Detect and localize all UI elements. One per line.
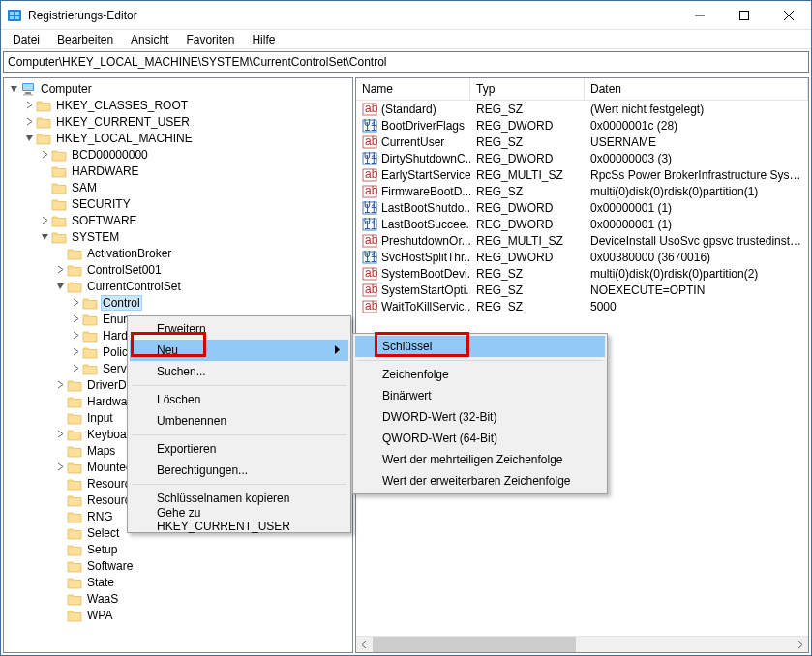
value-data: 0x0000001c (28) xyxy=(585,119,808,133)
menu-edit[interactable]: Bearbeiten xyxy=(49,31,121,48)
ctx-new-qword[interactable]: QWORD-Wert (64-Bit) xyxy=(355,428,605,449)
tree-item[interactable]: ActivationBroker xyxy=(4,245,352,261)
svg-text:110: 110 xyxy=(364,252,377,264)
ctx-new[interactable]: Neu xyxy=(130,340,348,361)
tree-item[interactable]: SAM xyxy=(4,179,352,195)
value-row[interactable]: ab(Standard)REG_SZ(Wert nicht festgelegt… xyxy=(356,101,808,117)
menu-favorites[interactable]: Favoriten xyxy=(178,31,242,48)
chevron-right-icon[interactable] xyxy=(54,265,66,274)
chevron-right-icon[interactable] xyxy=(70,364,81,373)
chevron-down-icon[interactable] xyxy=(8,84,19,93)
horizontal-scrollbar[interactable] xyxy=(356,636,808,652)
tree-item[interactable]: CurrentControlSet xyxy=(4,278,352,294)
ctx-goto-hkcu[interactable]: Gehe zu HKEY_CURRENT_USER xyxy=(130,509,348,530)
menu-help[interactable]: Hilfe xyxy=(244,31,283,48)
value-row[interactable]: abCurrentUserREG_SZUSERNAME xyxy=(356,134,808,150)
chevron-right-icon[interactable] xyxy=(54,380,66,389)
svg-text:ab: ab xyxy=(365,103,377,115)
chevron-right-icon[interactable] xyxy=(70,314,81,323)
value-data: NOEXECUTE=OPTIN xyxy=(585,283,808,297)
tree-item[interactable]: ControlSet001 xyxy=(4,261,352,278)
value-row[interactable]: abWaitToKillServic...REG_SZ5000 xyxy=(356,298,808,314)
tree-item[interactable]: SOFTWARE xyxy=(4,212,352,228)
ctx-new-expandstring[interactable]: Wert der erweiterbaren Zeichenfolge xyxy=(355,470,605,492)
ctx-rename[interactable]: Umbenennen xyxy=(130,410,348,432)
tree-item[interactable]: HKEY_CLASSES_ROOT xyxy=(4,97,352,113)
chevron-right-icon[interactable] xyxy=(54,462,66,471)
chevron-down-icon[interactable] xyxy=(23,134,35,142)
ctx-new-string[interactable]: Zeichenfolge xyxy=(355,364,605,385)
value-data: USERNAME xyxy=(585,135,808,149)
tree-item[interactable]: Software xyxy=(4,557,352,574)
folder-icon xyxy=(67,510,82,523)
chevron-right-icon[interactable] xyxy=(39,150,50,159)
string-value-icon: ab xyxy=(362,168,377,182)
tree-item[interactable]: SYSTEM xyxy=(4,228,352,245)
ctx-find[interactable]: Suchen... xyxy=(130,361,348,382)
scroll-left-arrow[interactable] xyxy=(356,637,373,653)
ctx-new-binary[interactable]: Binärwert xyxy=(355,385,605,406)
value-row[interactable]: abFirmwareBootD...REG_SZmulti(0)disk(0)r… xyxy=(356,183,808,199)
ctx-new-multistring[interactable]: Wert der mehrteiligen Zeichenfolge xyxy=(355,449,605,470)
col-header-data[interactable]: Daten xyxy=(585,78,808,100)
tree-item[interactable]: HARDWARE xyxy=(4,163,352,179)
scroll-right-arrow[interactable] xyxy=(792,637,808,653)
chevron-down-icon[interactable] xyxy=(54,282,66,290)
chevron-right-icon[interactable] xyxy=(39,216,50,224)
tree-item[interactable]: HKEY_LOCAL_MACHINE xyxy=(4,130,352,146)
string-value-icon: ab xyxy=(362,267,377,281)
tree-item[interactable]: Computer xyxy=(4,80,352,97)
ctx-permissions[interactable]: Berechtigungen... xyxy=(130,460,348,481)
tree-item[interactable]: Control xyxy=(4,294,352,311)
chevron-down-icon[interactable] xyxy=(39,232,50,241)
value-type: REG_MULTI_SZ xyxy=(470,168,585,182)
value-data: DeviceInstall UsoSvc gpsvc trustedinstal… xyxy=(585,234,808,248)
string-value-icon: ab xyxy=(362,135,377,149)
ctx-export[interactable]: Exportieren xyxy=(130,438,348,460)
ctx-new-key[interactable]: Schlüssel xyxy=(355,336,605,357)
value-row[interactable]: abSystemBootDevi...REG_SZmulti(0)disk(0)… xyxy=(356,265,808,282)
folder-icon xyxy=(36,132,51,145)
menu-file[interactable]: Datei xyxy=(5,31,47,48)
tree-item[interactable]: HKEY_CURRENT_USER xyxy=(4,113,352,130)
value-name: CurrentUser xyxy=(381,135,444,149)
col-header-type[interactable]: Typ xyxy=(470,78,585,100)
menu-view[interactable]: Ansicht xyxy=(123,31,176,48)
chevron-right-icon[interactable] xyxy=(70,347,81,356)
tree-item[interactable]: SECURITY xyxy=(4,195,352,212)
folder-icon xyxy=(51,214,67,227)
scroll-track[interactable] xyxy=(373,637,792,653)
value-row[interactable]: 011110DirtyShutdownC...REG_DWORD0x000000… xyxy=(356,150,808,166)
value-row[interactable]: 011110BootDriverFlagsREG_DWORD0x0000001c… xyxy=(356,117,808,134)
chevron-right-icon[interactable] xyxy=(70,298,81,307)
minimize-button[interactable] xyxy=(677,1,722,30)
ctx-new-dword[interactable]: DWORD-Wert (32-Bit) xyxy=(355,406,605,428)
binary-value-icon: 011110 xyxy=(362,201,377,215)
value-row[interactable]: abPreshutdownOr...REG_MULTI_SZDeviceInst… xyxy=(356,232,808,249)
folder-icon xyxy=(67,395,82,408)
chevron-right-icon[interactable] xyxy=(70,331,81,340)
tree-item[interactable]: WPA xyxy=(4,607,352,623)
tree-item[interactable]: State xyxy=(4,574,352,590)
tree-item[interactable]: BCD00000000 xyxy=(4,146,352,163)
value-type: REG_DWORD xyxy=(470,251,585,264)
address-bar[interactable]: Computer\HKEY_LOCAL_MACHINE\SYSTEM\Curre… xyxy=(3,51,809,73)
value-row[interactable]: 011110LastBootShutdo...REG_DWORD0x000000… xyxy=(356,199,808,216)
value-row[interactable]: abEarlyStartServicesREG_MULTI_SZRpcSs Po… xyxy=(356,166,808,183)
scroll-thumb[interactable] xyxy=(373,637,576,653)
maximize-button[interactable] xyxy=(722,1,767,30)
tree-label: WPA xyxy=(85,609,114,622)
chevron-right-icon[interactable] xyxy=(54,430,66,438)
value-row[interactable]: 011110SvcHostSplitThr...REG_DWORD0x00380… xyxy=(356,249,808,265)
value-row[interactable]: abSystemStartOpti...REG_SZ NOEXECUTE=OPT… xyxy=(356,282,808,298)
value-row[interactable]: 011110LastBootSuccee...REG_DWORD0x000000… xyxy=(356,216,808,232)
chevron-right-icon[interactable] xyxy=(23,117,35,126)
close-button[interactable] xyxy=(767,1,811,30)
ctx-expand[interactable]: Erweitern xyxy=(130,318,348,340)
context-submenu-new: Schlüssel Zeichenfolge Binärwert DWORD-W… xyxy=(352,333,608,494)
tree-item[interactable]: WaaS xyxy=(4,590,352,607)
col-header-name[interactable]: Name xyxy=(356,78,470,100)
tree-item[interactable]: Setup xyxy=(4,541,352,557)
chevron-right-icon[interactable] xyxy=(23,101,35,109)
ctx-delete[interactable]: Löschen xyxy=(130,389,348,410)
